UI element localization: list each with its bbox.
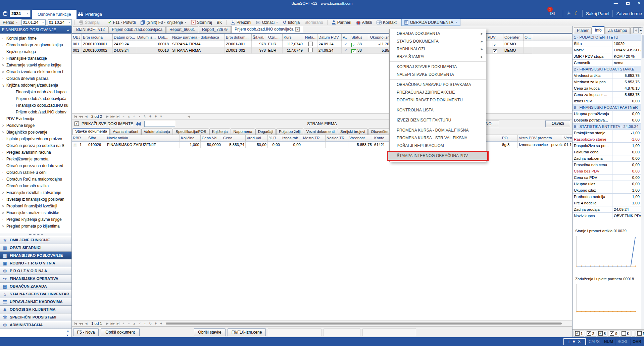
partners-button[interactable]: Partneri — [330, 19, 353, 26]
nav-button[interactable]: ▶ — [105, 322, 109, 325]
search-input[interactable] — [144, 121, 175, 127]
collapse-sidebar-icon[interactable]: « — [67, 28, 69, 33]
module-panel-item[interactable]: ⚙P R O I Z V O D NJ A — [0, 267, 71, 275]
tree-item[interactable]: Knjižna odobrenja/zaduženja — [0, 82, 71, 89]
module-panel-item[interactable]: ☷UPRAVLJANJE KADROVIMA — [0, 298, 71, 305]
column-header[interactable]: Cena — [222, 135, 246, 142]
nav-button[interactable]: ▲ — [127, 115, 131, 118]
module-panel-item[interactable]: ▥OPŠTI ŠIFARNICI — [0, 244, 71, 251]
module-panel-item[interactable]: ♟ODNOSI SA KLIJENTIMA — [0, 305, 71, 313]
column-header[interactable]: Nosioc TR — [326, 135, 348, 142]
info-panel-tab[interactable]: Info — [592, 26, 605, 34]
tree-expander-icon[interactable] — [2, 162, 6, 169]
menu-item[interactable]: ŠTAMPA INTERNOG OBRAČUNA PDV — [387, 151, 489, 161]
column-header[interactable]: Šifra — [87, 135, 106, 142]
tree-item[interactable]: PDV Evidencija — [0, 115, 71, 122]
minimize-button[interactable]: — — [614, 0, 618, 7]
document-processing-menu-button[interactable]: OBRADA DOKUMENTA▼ — [401, 19, 460, 26]
column-header[interactable]: RBR — [72, 135, 87, 142]
column-header[interactable]: Mesto TR — [302, 135, 326, 142]
menu-item[interactable]: NALEPI STAVKE DOKUMENTA — [390, 71, 486, 80]
module-panel-item[interactable]: ▦FINANSIJSKO POSLOVANJE — [0, 251, 71, 259]
nav-button[interactable]: ◀◀ — [79, 115, 83, 118]
menu-item[interactable]: KOPIRAJ STAVKE DOKUMENTA — [390, 63, 486, 71]
tree-item[interactable]: Prijem odob./zad.dobavljača — [0, 95, 71, 102]
column-header[interactable]: PO... — [501, 135, 518, 142]
horizontal-scrollbar-thumb[interactable] — [166, 323, 562, 325]
action-button[interactable] — [324, 328, 360, 336]
tree-expander-icon[interactable] — [2, 183, 6, 189]
item-tab[interactable]: Avansni računi — [110, 129, 141, 135]
tree-item[interactable]: Pregled prometa po klijentima — [0, 223, 71, 230]
nav-button[interactable]: − — [127, 322, 131, 325]
tree-expander-icon[interactable] — [2, 55, 6, 62]
mark-button[interactable]: Označi▼ — [255, 19, 280, 26]
print-button[interactable]: Štampaj — [78, 19, 101, 26]
tree-item[interactable]: Obračun poreza na dodatu vred — [0, 162, 71, 169]
column-header[interactable]: Dob... — [157, 34, 171, 41]
column-header[interactable]: Iznos rab. — [281, 135, 302, 142]
menu-item[interactable]: RADNI NALOZI — [390, 45, 486, 53]
tree-expander-icon[interactable] — [11, 109, 16, 115]
column-header[interactable]: Datum pro... — [113, 34, 136, 41]
tab-scroll-right-icon[interactable]: ▶ — [638, 28, 643, 33]
tree-expander-icon[interactable] — [11, 89, 16, 95]
column-header[interactable]: Vrsta PDV prometa — [518, 135, 563, 142]
tree-expander-icon[interactable] — [2, 156, 6, 162]
column-header[interactable]: Vrednost — [348, 135, 373, 142]
menu-item[interactable]: DODATNI RABAT PO DOKUMENTU — [390, 96, 486, 105]
tree-expander-icon[interactable] — [11, 95, 16, 102]
item-row[interactable]: 1010029FINANSIJSKO ZADUŽENJE1,00050,0000… — [72, 142, 572, 148]
section-flag-checkbox[interactable]: 1 — [574, 331, 584, 337]
tree-expander-icon[interactable] — [2, 129, 6, 136]
item-tab[interactable]: Događaji — [255, 129, 276, 135]
info-panel-tab[interactable]: Za štampu — [605, 27, 630, 34]
tree-item[interactable]: Isplata poljoprivrednom proizvo — [0, 136, 71, 142]
menu-item[interactable]: IZVEZI BIZNISOFT FAKTURU — [390, 116, 486, 125]
column-header[interactable]: Vred.Val. — [246, 135, 268, 142]
nav-button[interactable]: ✱ — [159, 322, 163, 325]
panel-options-icon[interactable]: ▼ — [66, 334, 69, 337]
section-flag-checkbox[interactable]: K — [620, 331, 631, 337]
menu-item[interactable]: BRZA ŠTAMPA — [390, 53, 486, 62]
document-row[interactable]: 001ZD00100000224.09.2400018STRANA FIRMAZ… — [72, 47, 572, 54]
column-header[interactable]: Naziv artikla — [106, 135, 180, 142]
action-button[interactable]: Obriši dokument — [101, 328, 140, 336]
document-tab[interactable]: Report_72679 — [199, 26, 231, 33]
info-panel-tab[interactable]: Planer — [574, 27, 592, 34]
action-button[interactable] — [362, 328, 416, 336]
module-panel-item[interactable]: ⌂STALNA SREDSTVA I INVENTAR — [0, 290, 71, 298]
tree-item[interactable]: Blagajničko poslovanje — [0, 129, 71, 136]
nav-button[interactable]: ↻ — [148, 322, 152, 325]
action-button[interactable]: F9/F10-Izm.cene — [228, 328, 266, 336]
tree-expander-icon[interactable] — [2, 176, 6, 183]
tree-item[interactable]: Finansijski rezultat i zatvaranje — [0, 189, 71, 196]
module-panel-item[interactable]: ▣ROBNO - T R G O V I N A — [0, 259, 71, 267]
tree-item[interactable]: Finansijsko odob./zad.INO ku — [0, 102, 71, 109]
nav-button[interactable]: ▶▶ — [110, 322, 115, 325]
menu-item[interactable]: PROMENA KURSA - DOM.VAL.FIKSNA — [390, 127, 486, 134]
tree-item[interactable]: Preknjižavanje prometa — [0, 156, 71, 162]
hide-panel-button[interactable]: Sakrij Panel — [586, 11, 609, 16]
tree-item[interactable]: Pregled avansnih računa — [0, 149, 71, 156]
nav-button[interactable]: ▶| — [116, 322, 120, 325]
tree-expander-icon[interactable] — [2, 149, 6, 156]
column-header[interactable]: Datum PDV — [317, 34, 342, 41]
item-tab[interactable]: Knjiženja — [209, 129, 231, 135]
column-header[interactable]: % R... — [268, 135, 281, 142]
section-flag-checkbox[interactable]: F — [636, 331, 644, 337]
nav-button[interactable]: ▶ — [105, 115, 109, 118]
tab-pretraga[interactable]: Pretraga — [75, 10, 105, 19]
close-button[interactable]: × — [638, 0, 641, 7]
column-header[interactable]: Nefa... — [304, 34, 317, 41]
document-tab[interactable]: Prijem odob./zad.INO dobavljačax — [231, 26, 303, 33]
tree-item[interactable]: Knjiženje naloga — [0, 48, 71, 55]
menu-item[interactable]: PROMENA KURSA - STR.VAL.FIKSNA — [390, 134, 486, 142]
tree-item[interactable]: Izveštaji iz finansijskog poslovan — [0, 196, 71, 203]
tree-item[interactable]: Finansijske analize i statistike — [0, 209, 71, 216]
column-header[interactable]: OBJ — [72, 34, 82, 41]
tree-expander-icon[interactable] — [2, 203, 6, 209]
tree-expander-icon[interactable] — [2, 209, 6, 216]
nav-button[interactable]: × — [143, 322, 147, 325]
tree-expander-icon[interactable] — [11, 102, 16, 109]
